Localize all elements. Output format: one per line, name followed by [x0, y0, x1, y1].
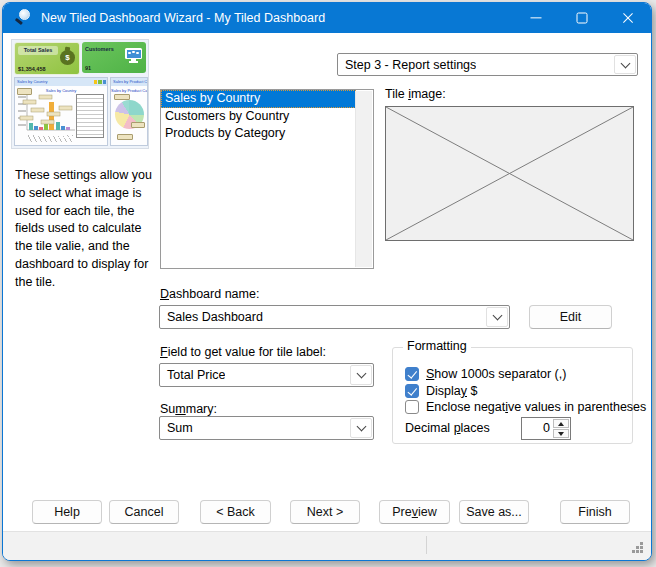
resize-grip[interactable] [632, 542, 644, 554]
preview-chart-title: Sales by Product Category [111, 88, 147, 93]
save-as-button[interactable]: Save as... [459, 500, 529, 524]
preview-button[interactable]: Preview [379, 500, 450, 524]
list-scrollbar[interactable] [355, 91, 372, 267]
mini-legend-table [76, 94, 104, 138]
tile-image-placeholder [385, 106, 634, 241]
window-title: New Tiled Dashboard Wizard - My Tiled Da… [41, 3, 325, 33]
chevron-down-icon [350, 365, 372, 385]
decimal-places-value[interactable]: 0 [522, 418, 550, 439]
checkbox-label: Show 1000s separator (,) [426, 367, 566, 381]
tile-image-label: Tile image: [385, 87, 446, 101]
field-value-label: Field to get value for tile label: [160, 345, 326, 359]
preview-panel-title: Sales by Product Category [111, 78, 147, 86]
step-selector[interactable]: Step 3 - Report settings [337, 53, 638, 76]
decimal-places-label: Decimal places [405, 421, 490, 435]
chevron-down-icon [486, 307, 508, 327]
dashboard-preview-image: Total Sales $ $1,354,458 Customers 91 Sa… [11, 39, 149, 149]
status-bar [3, 531, 651, 560]
money-bag-icon: $ [60, 50, 75, 65]
checkbox-label: Display $ [426, 384, 477, 398]
finish-button[interactable]: Finish [560, 500, 630, 524]
list-item-customers-by-country[interactable]: Customers by Country [161, 108, 356, 126]
edit-button[interactable]: Edit [529, 305, 612, 329]
checkbox-thousands-separator[interactable] [405, 367, 419, 381]
next-button[interactable]: Next > [290, 500, 360, 524]
dashboard-name-label: Dashboard name: [160, 287, 259, 301]
chevron-down-icon [614, 55, 636, 74]
resize-grip-icon [640, 550, 643, 553]
preview-bar-chart-panel: Sales by Country Sales by Country [14, 77, 108, 146]
placeholder-cross-icon [386, 107, 633, 240]
magnifier-app-icon [15, 9, 33, 27]
summary-combo[interactable]: Sum [159, 416, 374, 440]
wizard-window: New Tiled Dashboard Wizard - My Tiled Da… [2, 2, 652, 561]
arrow-down-icon [558, 432, 564, 436]
preview-tile-customers: Customers 91 [82, 42, 146, 73]
preview-tile-value: 91 [85, 65, 91, 71]
report-listbox: Sales by Country Customers by Country Pr… [160, 89, 374, 269]
help-button[interactable]: Help [32, 500, 102, 524]
cancel-button[interactable]: Cancel [109, 500, 179, 524]
preview-panel-icons [94, 80, 107, 84]
list-item-sales-by-country[interactable]: Sales by Country [161, 90, 356, 108]
dashboard-name-combo[interactable]: Sales Dashboard [159, 305, 510, 329]
formatting-group: Formatting Show 1000s separator (,) Disp… [392, 347, 633, 444]
titlebar[interactable]: New Tiled Dashboard Wizard - My Tiled Da… [3, 3, 651, 33]
formatting-group-title: Formatting [403, 339, 471, 353]
chevron-down-icon [350, 418, 372, 438]
preview-chart-title: Sales by Country [15, 88, 107, 93]
minimize-icon [531, 17, 542, 18]
decimal-places-spinner[interactable]: 0 [521, 417, 571, 440]
preview-tile-total-sales: Total Sales $ $1,354,458 [14, 42, 80, 75]
field-value-combo[interactable]: Total Price [159, 363, 374, 387]
checkbox-negative-parentheses[interactable] [405, 400, 419, 414]
list-item-products-by-category[interactable]: Products by Category [161, 125, 356, 143]
back-button[interactable]: < Back [200, 500, 271, 524]
preview-pie-chart-panel: Sales by Product Category Sales by Produ… [110, 77, 148, 146]
preview-tile-label: Total Sales [18, 46, 58, 55]
monitor-users-icon [125, 48, 143, 64]
spin-down-button[interactable] [553, 429, 569, 438]
minimize-button[interactable] [513, 3, 559, 33]
preview-tile-label: Customers [85, 45, 125, 54]
arrow-up-icon [558, 422, 564, 426]
maximize-button[interactable] [559, 3, 605, 33]
settings-description: These settings allow you to select what … [15, 167, 156, 291]
checkbox-label: Enclose negative values in parentheses [426, 400, 646, 414]
summary-label: Summary: [160, 402, 217, 416]
close-button[interactable] [605, 3, 651, 33]
maximize-icon [577, 13, 588, 24]
spin-up-button[interactable] [553, 419, 569, 428]
checkbox-display-dollar[interactable] [405, 384, 419, 398]
preview-tile-value: $1,354,458 [18, 66, 46, 72]
status-bar-separator [426, 536, 427, 554]
mini-axis-labels [27, 135, 73, 142]
